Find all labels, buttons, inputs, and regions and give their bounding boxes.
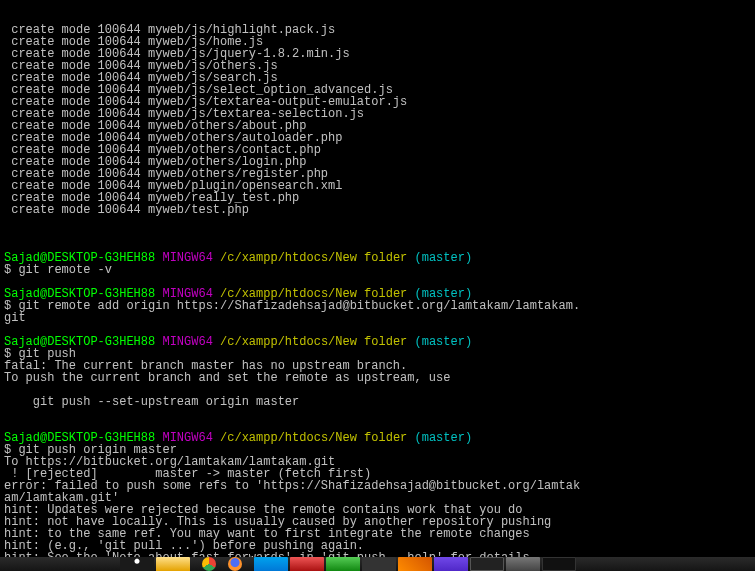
taskbar-app-icon[interactable] <box>290 557 324 571</box>
windows-taskbar <box>0 557 755 571</box>
taskbar-cortana-icon[interactable] <box>120 557 154 571</box>
taskbar-app-icon[interactable] <box>362 557 396 571</box>
output-line: git <box>4 312 751 324</box>
taskbar-app-icon[interactable] <box>434 557 468 571</box>
command-line: $ git remote add origin https://Shafizad… <box>4 300 751 312</box>
taskbar-file-explorer-icon[interactable] <box>156 557 190 571</box>
prompt-path: /c/xampp/htdocs/New folder <box>220 335 407 349</box>
git-create-mode-block: create mode 100644 myweb/js/highlight.pa… <box>4 24 751 216</box>
taskbar-app-icon[interactable] <box>506 557 540 571</box>
prompt-path: /c/xampp/htdocs/New folder <box>220 431 407 445</box>
shell-prompt: Sajad@DESKTOP-G3HEH88 MINGW64 /c/xampp/h… <box>4 252 751 264</box>
taskbar-app-icon[interactable] <box>398 557 432 571</box>
prompt-branch: (master) <box>415 251 473 265</box>
prompt-path: /c/xampp/htdocs/New folder <box>220 251 407 265</box>
shell-prompt: Sajad@DESKTOP-G3HEH88 MINGW64 /c/xampp/h… <box>4 336 751 348</box>
taskbar-app-icon[interactable] <box>254 557 288 571</box>
taskbar-app-icon[interactable] <box>326 557 360 571</box>
git-session-block: Sajad@DESKTOP-G3HEH88 MINGW64 /c/xampp/h… <box>4 240 751 557</box>
taskbar-chrome-icon[interactable] <box>202 557 216 571</box>
prompt-shell: MINGW64 <box>162 251 212 265</box>
output-line: git push --set-upstream origin master <box>4 396 751 408</box>
output-line: create mode 100644 myweb/test.php <box>4 204 751 216</box>
prompt-branch: (master) <box>415 335 473 349</box>
prompt-shell: MINGW64 <box>162 335 212 349</box>
output-line <box>4 408 751 420</box>
output-line: To push the current branch and set the r… <box>4 372 751 384</box>
command-line: $ git remote -v <box>4 264 751 276</box>
terminal-output[interactable]: create mode 100644 myweb/js/highlight.pa… <box>0 0 755 557</box>
taskbar-app-icon[interactable] <box>470 557 504 571</box>
taskbar-app-icon[interactable] <box>542 557 576 571</box>
taskbar-firefox-icon[interactable] <box>228 557 242 571</box>
prompt-branch: (master) <box>415 431 473 445</box>
